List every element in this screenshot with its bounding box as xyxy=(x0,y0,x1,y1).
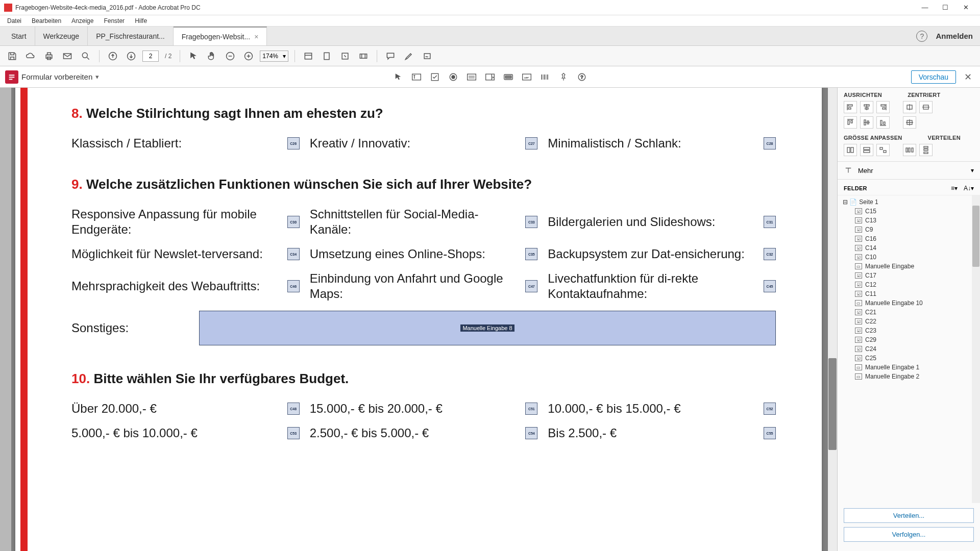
preview-button[interactable]: Vorschau xyxy=(911,70,956,84)
menu-item[interactable]: Datei xyxy=(3,16,26,26)
scroll-thumb[interactable] xyxy=(972,206,979,267)
zoom-out-icon[interactable] xyxy=(223,49,237,63)
field-list-item[interactable]: ☑C15 xyxy=(838,207,980,216)
checkbox-tool-icon[interactable] xyxy=(427,70,443,84)
help-icon[interactable]: ? xyxy=(916,31,927,42)
field-list-item[interactable]: ☑C22 xyxy=(838,317,980,326)
vertical-scrollbar[interactable] xyxy=(828,88,837,551)
checkbox-field[interactable]: C35 xyxy=(525,248,537,260)
zoom-select[interactable]: 174%▾ xyxy=(260,51,288,62)
tab-close-icon[interactable]: × xyxy=(254,33,258,41)
rotate-icon[interactable] xyxy=(338,49,352,63)
distribute-button[interactable]: Verteilen... xyxy=(844,508,974,523)
save-icon[interactable] xyxy=(5,49,19,63)
field-list-item[interactable]: ☑C25 xyxy=(838,354,980,363)
center-both-icon[interactable] xyxy=(903,116,916,129)
view-mode-icon[interactable] xyxy=(356,49,371,63)
tab-doc1[interactable]: PP_Fischrestaurant... xyxy=(88,27,174,45)
match-both-icon[interactable] xyxy=(876,144,890,156)
sign-icon[interactable] xyxy=(420,49,434,63)
align-bottom-icon[interactable] xyxy=(876,116,890,129)
align-right-icon[interactable] xyxy=(876,101,890,113)
mail-icon[interactable] xyxy=(60,49,75,63)
checkbox-field[interactable]: C51 xyxy=(525,403,537,415)
listbox-tool-icon[interactable] xyxy=(464,70,479,84)
field-list-item[interactable]: ☑C9 xyxy=(838,225,980,234)
field-list-item[interactable]: ▭Manuelle Eingabe 10 xyxy=(838,298,980,308)
field-list-item[interactable]: ☑C23 xyxy=(838,326,980,335)
tab-tools[interactable]: Werkzeuge xyxy=(35,27,88,45)
field-page-node[interactable]: ⊟ 📄 Seite 1 xyxy=(838,197,980,207)
menu-item[interactable]: Fenster xyxy=(100,16,129,26)
fit-page-icon[interactable] xyxy=(320,49,334,63)
align-hcenter-icon[interactable] xyxy=(860,101,873,113)
radio-tool-icon[interactable] xyxy=(446,70,461,84)
menu-item[interactable]: Bearbeiten xyxy=(28,16,65,26)
field-list-item[interactable]: ☑C21 xyxy=(838,308,980,317)
checkbox-field[interactable]: C46 xyxy=(287,280,300,292)
checkbox-field[interactable]: C53 xyxy=(287,427,300,439)
checkbox-field[interactable]: C31 xyxy=(764,216,776,228)
checkbox-field[interactable]: C26 xyxy=(287,137,300,149)
minimize-button[interactable]: — xyxy=(915,2,935,14)
field-list-item[interactable]: ☑C13 xyxy=(838,216,980,225)
search-icon[interactable] xyxy=(79,49,93,63)
align-left-icon[interactable] xyxy=(844,101,857,113)
field-list-item[interactable]: ☑C12 xyxy=(838,280,980,289)
form-mode-dropdown[interactable]: Formular vorbereiten ▾ xyxy=(5,70,99,84)
field-list-item[interactable]: ☑C17 xyxy=(838,271,980,280)
menu-item[interactable]: Anzeige xyxy=(67,16,97,26)
checkbox-field[interactable]: C54 xyxy=(525,427,537,439)
field-list-item[interactable]: ☑C10 xyxy=(838,253,980,262)
hand-icon[interactable] xyxy=(205,49,219,63)
more-dropdown[interactable]: Mehr ▾ xyxy=(838,161,980,180)
left-nav-strip[interactable] xyxy=(0,88,11,551)
checkbox-field[interactable]: C33 xyxy=(525,216,537,228)
checkbox-field[interactable]: C27 xyxy=(525,137,537,149)
checkbox-field[interactable]: C30 xyxy=(287,216,300,228)
page-up-icon[interactable] xyxy=(106,49,120,63)
close-panel-button[interactable]: ✕ xyxy=(961,71,975,83)
print-icon[interactable] xyxy=(42,49,56,63)
field-list-item[interactable]: ▭Manuelle Eingabe 2 xyxy=(838,372,980,381)
page-down-icon[interactable] xyxy=(124,49,138,63)
field-list-scrollbar[interactable] xyxy=(972,195,980,503)
maximize-button[interactable]: ☐ xyxy=(935,2,955,14)
highlight-icon[interactable] xyxy=(402,49,416,63)
tab-doc2[interactable]: Fragebogen-Websit...× xyxy=(174,27,267,45)
checkbox-field[interactable]: C52 xyxy=(764,403,776,415)
match-width-icon[interactable] xyxy=(844,144,857,156)
scroll-thumb[interactable] xyxy=(828,358,837,450)
align-vcenter-icon[interactable] xyxy=(860,116,873,129)
menu-item[interactable]: Hilfe xyxy=(131,16,151,26)
pin-tool-icon[interactable] xyxy=(556,70,571,84)
order-icon[interactable]: A↓▾ xyxy=(964,185,974,192)
field-list-item[interactable]: ▭Manuelle Eingabe xyxy=(838,262,980,271)
center-v-icon[interactable] xyxy=(919,101,933,113)
comment-icon[interactable] xyxy=(383,49,398,63)
text-field[interactable]: Manuelle Eingabe 8 xyxy=(199,311,776,345)
checkbox-field[interactable]: C48 xyxy=(287,403,300,415)
pointer-icon[interactable] xyxy=(186,49,201,63)
match-height-icon[interactable] xyxy=(860,144,873,156)
document-area[interactable]: 8. Welche Stilrichtung sagt Ihnen am ehe… xyxy=(11,88,837,551)
align-top-icon[interactable] xyxy=(844,116,857,129)
form-help-icon[interactable]: ? xyxy=(574,70,590,84)
field-list-item[interactable]: ☑C29 xyxy=(838,335,980,344)
zoom-in-icon[interactable] xyxy=(241,49,256,63)
tab-start[interactable]: Start xyxy=(3,27,35,45)
checkbox-field[interactable]: C28 xyxy=(764,137,776,149)
login-link[interactable]: Anmelden xyxy=(936,32,973,40)
fit-width-icon[interactable] xyxy=(301,49,315,63)
barcode-tool-icon[interactable] xyxy=(537,70,553,84)
field-list-item[interactable]: ☑C16 xyxy=(838,234,980,243)
field-list-item[interactable]: ☑C14 xyxy=(838,243,980,253)
field-list-item[interactable]: ▭Manuelle Eingabe 1 xyxy=(838,363,980,372)
checkbox-field[interactable]: C32 xyxy=(764,248,776,260)
distribute-h-icon[interactable] xyxy=(903,144,916,156)
close-window-button[interactable]: ✕ xyxy=(955,2,976,14)
page-number-input[interactable] xyxy=(142,51,159,62)
button-tool-icon[interactable] xyxy=(501,70,516,84)
sort-icon[interactable]: ≡▾ xyxy=(951,185,958,192)
select-tool-icon[interactable] xyxy=(390,70,406,84)
